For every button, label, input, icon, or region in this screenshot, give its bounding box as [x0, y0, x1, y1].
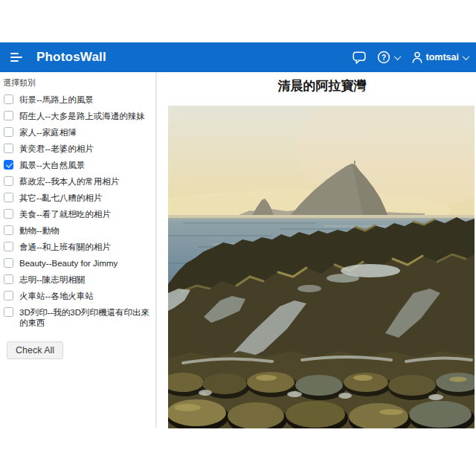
chevron-down-icon	[463, 53, 470, 60]
category-checkbox[interactable]	[4, 307, 13, 317]
category-checkbox[interactable]	[4, 242, 13, 251]
category-label[interactable]: 街景--馬路上的風景	[19, 94, 94, 105]
category-checkbox[interactable]	[4, 94, 13, 104]
sidebar-heading: 選擇類別	[3, 77, 155, 89]
category-item[interactable]: 街景--馬路上的風景	[4, 94, 155, 105]
rocky-shore	[168, 217, 475, 428]
header-actions: ? tomtsai	[353, 51, 469, 64]
app-title: PhotosWall	[36, 50, 106, 65]
main-panel: 清晨的阿拉寶灣	[157, 72, 476, 428]
category-checkbox[interactable]	[4, 193, 13, 202]
category-checkbox[interactable]	[4, 176, 13, 186]
category-label[interactable]: 蔡政宏--我本人的常用相片	[19, 176, 119, 187]
top-whitespace	[0, 0, 476, 42]
category-list: 街景--馬路上的風景 陌生人--大多是路上或海邊的辣妹 家人--家庭相簿 黃奕君…	[2, 94, 155, 328]
category-label[interactable]: 其它--亂七八糟的相片	[19, 193, 102, 203]
chevron-down-icon	[393, 53, 401, 60]
photo-title: 清晨的阿拉寶灣	[168, 78, 476, 94]
category-sidebar: 選擇類別 街景--馬路上的風景 陌生人--大多是路上或海邊的辣妹 家人--家庭相…	[0, 72, 157, 428]
category-item[interactable]: Beauty--Beauty for Jimmy	[4, 258, 155, 268]
check-all-button[interactable]: Check All	[7, 341, 63, 359]
category-checkbox[interactable]	[4, 209, 13, 219]
category-item[interactable]: 風景--大自然風景	[4, 160, 155, 170]
category-checkbox[interactable]	[4, 274, 13, 284]
help-menu-button[interactable]: ?	[377, 51, 400, 64]
category-item[interactable]: 3D列印--我的3D列印機還有印出來的東西	[4, 307, 155, 328]
help-glyph: ?	[381, 54, 385, 62]
category-label[interactable]: 會通--和上班有關的相片	[19, 242, 111, 252]
category-checkbox[interactable]	[4, 111, 13, 120]
category-item[interactable]: 動物--動物	[4, 225, 155, 236]
category-checkbox[interactable]	[4, 127, 13, 137]
user-menu-button[interactable]: tomtsai	[411, 51, 469, 63]
page-content: 選擇類別 街景--馬路上的風景 陌生人--大多是路上或海邊的辣妹 家人--家庭相…	[0, 72, 476, 428]
category-item[interactable]: 志明--陳志明相關	[4, 274, 155, 285]
category-item[interactable]: 蔡政宏--我本人的常用相片	[4, 176, 155, 187]
category-checkbox[interactable]	[4, 225, 13, 235]
username: tomtsai	[426, 52, 459, 62]
category-item[interactable]: 陌生人--大多是路上或海邊的辣妹	[4, 111, 155, 121]
category-checkbox[interactable]	[4, 160, 13, 170]
category-checkbox[interactable]	[4, 144, 13, 153]
category-label[interactable]: 陌生人--大多是路上或海邊的辣妹	[19, 111, 145, 121]
category-label[interactable]: 志明--陳志明相關	[19, 274, 85, 285]
category-label[interactable]: 3D列印--我的3D列印機還有印出來的東西	[19, 307, 152, 328]
category-item[interactable]: 黃奕君--老婆的相片	[4, 144, 155, 154]
category-item[interactable]: 火車站--各地火車站	[4, 291, 155, 301]
category-item[interactable]: 美食--看了就想吃的相片	[4, 209, 155, 219]
category-label[interactable]: 家人--家庭相簿	[19, 127, 77, 138]
chat-button[interactable]	[353, 51, 366, 64]
category-item[interactable]: 會通--和上班有關的相片	[4, 242, 155, 252]
foreground-boulders	[168, 351, 475, 428]
category-label[interactable]: 火車站--各地火車站	[19, 291, 94, 301]
category-label[interactable]: 動物--動物	[19, 225, 60, 236]
category-label[interactable]: 風景--大自然風景	[19, 160, 85, 170]
category-label[interactable]: 美食--看了就想吃的相片	[19, 209, 111, 219]
category-label[interactable]: 黃奕君--老婆的相片	[19, 144, 94, 154]
person-icon	[411, 51, 423, 63]
category-checkbox[interactable]	[4, 291, 13, 300]
photo[interactable]	[168, 106, 475, 428]
category-checkbox[interactable]	[4, 258, 13, 268]
category-item[interactable]: 家人--家庭相簿	[4, 127, 155, 138]
coastal-photo-graphic	[168, 106, 475, 428]
category-label[interactable]: Beauty--Beauty for Jimmy	[19, 258, 118, 268]
hamburger-icon[interactable]	[9, 50, 24, 65]
category-item[interactable]: 其它--亂七八糟的相片	[4, 193, 155, 203]
chat-bubble-icon	[353, 51, 366, 64]
help-circle-icon: ?	[377, 51, 390, 64]
app-header: PhotosWall ? tomtsai	[0, 42, 476, 72]
